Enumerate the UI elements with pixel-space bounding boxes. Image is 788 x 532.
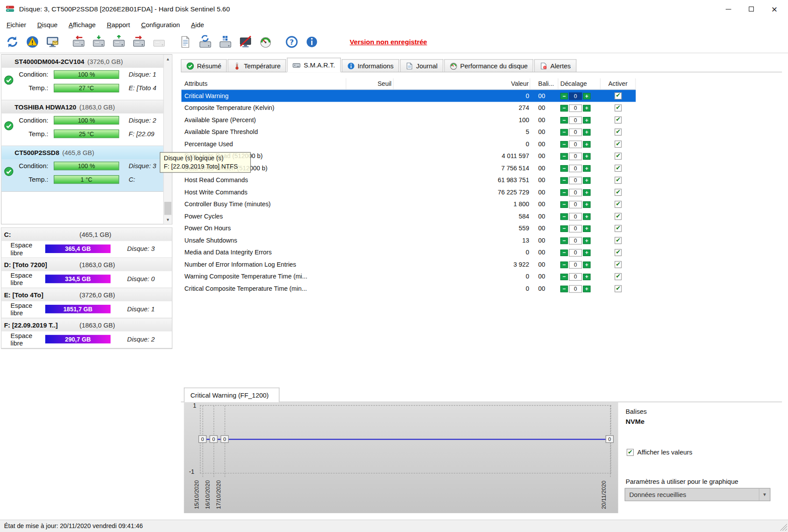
offset-decrease-button[interactable] [561,177,568,183]
refresh-button[interactable] [2,32,22,52]
tab-resume[interactable]: Résumé [181,59,227,72]
scrollbar-thumb[interactable] [164,202,171,215]
offset-increase-button[interactable] [583,273,590,280]
show-values-option[interactable]: Afficher les valeurs [627,448,692,456]
offset-decrease-button[interactable] [561,93,568,99]
enable-checkbox[interactable] [614,225,621,232]
offset-increase-button[interactable] [583,141,590,148]
tab-temperature[interactable]: Température [228,59,286,72]
offset-increase-button[interactable] [583,105,590,111]
monitor-disable-button[interactable] [235,32,256,52]
disk-list-item[interactable]: ST4000DM004-2CV104 (3726,0 GB) Condition… [1,55,172,100]
table-row[interactable]: Host Read Commands 61 983 751 00 0 [181,174,636,187]
scroll-up-icon[interactable] [164,55,172,63]
enable-checkbox[interactable] [614,129,621,136]
table-row[interactable]: Warning Composite Temperature Time (mi..… [181,271,636,283]
offset-decrease-button[interactable] [561,189,568,196]
offset-decrease-button[interactable] [561,261,568,268]
unregistered-version-link[interactable]: Version non enregistrée [350,38,427,46]
enable-checkbox[interactable] [614,105,621,112]
enable-checkbox[interactable] [614,249,621,256]
offset-increase-button[interactable] [583,165,590,172]
table-row[interactable]: Power Cycles 584 00 0 [181,210,636,222]
offset-increase-button[interactable] [583,201,590,208]
offset-decrease-button[interactable] [561,153,568,159]
offset-decrease-button[interactable] [561,201,568,208]
offset-decrease-button[interactable] [561,165,568,172]
tab-smart[interactable]: S.M.A.R.T. [287,58,341,72]
offset-increase-button[interactable] [583,249,590,256]
table-row[interactable]: Available Spare Threshold 5 00 0 [181,126,636,138]
performance-button[interactable] [256,32,276,52]
maximize-button[interactable] [740,1,763,17]
enable-checkbox[interactable] [614,273,621,280]
table-row[interactable]: Available Spare (Percent) 100 00 0 [181,114,636,126]
enable-checkbox[interactable] [614,92,621,99]
monitor-report-button[interactable] [42,32,62,52]
chart-tab[interactable]: Critical Warning (FF_1200) [184,388,280,402]
menu-item[interactable]: Rapport [101,19,135,30]
information-button[interactable] [302,32,322,52]
disk-action-down-button[interactable] [89,32,109,52]
table-row[interactable]: Unsafe Shutdowns 13 00 0 [181,234,636,247]
disk-list-item[interactable]: CT500P2SSD8 (465,8 GB) Condition: 100 % … [1,146,172,192]
offset-decrease-button[interactable] [561,129,568,135]
help-button[interactable]: ? [281,32,302,52]
offset-decrease-button[interactable] [561,213,568,220]
offset-increase-button[interactable] [583,93,590,99]
menu-item[interactable]: Fichier [1,19,32,30]
offset-increase-button[interactable] [583,129,590,135]
offset-increase-button[interactable] [583,177,590,183]
disk-refresh-button[interactable] [195,32,215,52]
offset-increase-button[interactable] [583,117,590,123]
menu-item[interactable]: Affichage [63,19,101,30]
offset-increase-button[interactable] [583,261,590,268]
enable-checkbox[interactable] [614,213,621,220]
disk-action-back-button[interactable] [129,32,149,52]
disk-action-prev-button[interactable] [68,32,89,52]
enable-checkbox[interactable] [614,189,621,196]
offset-decrease-button[interactable] [561,249,568,256]
enable-checkbox[interactable] [614,165,621,172]
table-row[interactable]: Number of Error Information Log Entries … [181,259,636,271]
problems-button[interactable] [22,32,42,52]
offset-decrease-button[interactable] [561,141,568,148]
resize-grip[interactable] [779,523,787,531]
graph-data-dropdown[interactable]: Données recueillies [625,488,770,501]
tab-performance[interactable]: Performance du disque [444,59,533,72]
offset-decrease-button[interactable] [561,105,568,111]
table-row[interactable]: Host Write Commands 76 225 729 00 0 [181,186,636,198]
table-row[interactable]: Media and Data Integrity Errors 0 00 0 [181,247,636,259]
table-row[interactable]: Controller Busy Time (minutes) 1 800 00 … [181,198,636,211]
offset-increase-button[interactable] [583,213,590,220]
minimize-button[interactable] [717,1,740,17]
table-row[interactable]: Critical Warning 0 00 0 [181,90,636,102]
header-activer[interactable]: Activer [600,78,635,89]
offset-decrease-button[interactable] [561,237,568,244]
enable-checkbox[interactable] [614,141,621,148]
enable-checkbox[interactable] [614,201,621,208]
offset-decrease-button[interactable] [561,273,568,280]
offset-decrease-button[interactable] [561,285,568,292]
report-button[interactable] [175,32,195,52]
offset-decrease-button[interactable] [561,117,568,123]
table-row[interactable]: Critical Composite Temperature Time (min… [181,283,636,295]
header-balises[interactable]: Bali... [530,78,558,89]
partition-list-item[interactable]: E: [Toto 4To] (3726,0 GB) Espace libre 1… [1,288,172,318]
table-row[interactable]: Power On Hours 559 00 0 [181,222,636,235]
menu-item[interactable]: Configuration [135,19,185,30]
disk-list-scrollbar[interactable] [163,55,172,224]
header-valeur[interactable]: Valeur [394,78,530,89]
table-row[interactable]: Composite Temperature (Kelvin) 274 00 0 [181,102,636,114]
show-values-checkbox[interactable] [627,449,634,456]
menu-item[interactable]: Disque [32,19,63,30]
header-decalage[interactable]: Décalage [558,78,600,89]
scroll-down-icon[interactable] [164,215,172,224]
offset-increase-button[interactable] [583,189,590,196]
disk-list-item[interactable]: TOSHIBA HDWA120 (1863,0 GB) Condition: 1… [1,100,172,146]
header-seuil[interactable]: Seuil [346,78,394,89]
enable-checkbox[interactable] [614,153,621,160]
tab-informations[interactable]: Informations [341,59,399,72]
tab-journal[interactable]: Journal [400,59,443,72]
offset-increase-button[interactable] [583,225,590,232]
